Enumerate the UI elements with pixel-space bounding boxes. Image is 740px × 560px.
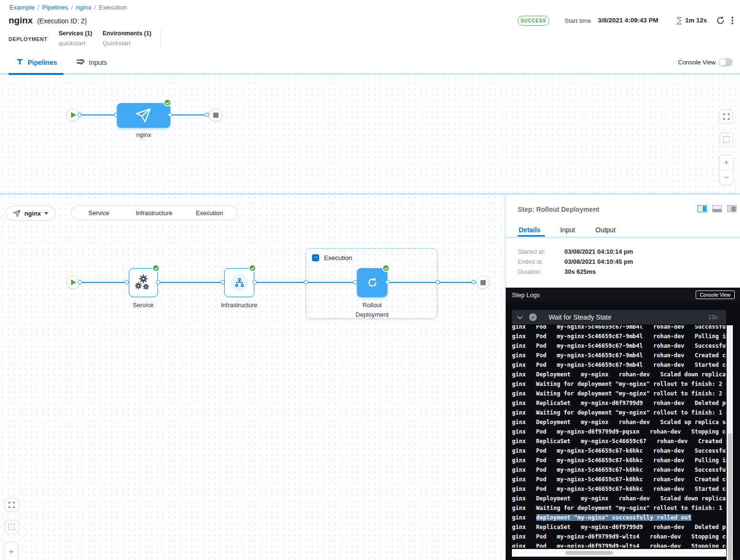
edge-connector bbox=[386, 280, 390, 284]
selection-icon bbox=[9, 524, 15, 530]
environments-summary[interactable]: Environments (1) Quickstart bbox=[103, 30, 151, 47]
execution-group-label: Execution bbox=[324, 254, 352, 261]
step-label-service: Service bbox=[122, 301, 165, 309]
chevron-down-icon bbox=[517, 313, 523, 321]
log-horizontal-scrollbar[interactable] bbox=[512, 549, 726, 557]
log-line: ginx Pod my-nginx-5c46659c67-k6hkc rohan… bbox=[512, 456, 726, 465]
execution-group-header: − Execution bbox=[312, 254, 352, 261]
console-view-toggle[interactable] bbox=[719, 58, 733, 66]
infrastructure-icon bbox=[230, 274, 248, 291]
fit-to-screen-button[interactable] bbox=[719, 110, 733, 124]
log-section-duration: 13s bbox=[709, 314, 718, 321]
breadcrumb-link-pipelines[interactable]: Pipelines bbox=[42, 4, 68, 11]
layout-bottom-button[interactable] bbox=[712, 205, 722, 212]
breadcrumb-current: Execution bbox=[99, 4, 127, 11]
edge-connector bbox=[436, 280, 440, 284]
zoom-controls: + bbox=[4, 542, 18, 560]
log-line: ginx Deployment my-nginx rohan-dev Scale… bbox=[512, 370, 726, 379]
edge-connector bbox=[304, 280, 308, 284]
tab-details[interactable]: Details bbox=[519, 226, 541, 234]
ended-at-label: Ended at: bbox=[518, 259, 543, 265]
log-line: ginx Pod my-nginx-5c46659c67-9mb4l rohan… bbox=[512, 351, 726, 360]
tab-pipelines[interactable]: Pipelines bbox=[16, 58, 57, 67]
step-panel-title: Step: Rollout Deployment bbox=[518, 206, 599, 213]
stage-end-node[interactable] bbox=[476, 276, 490, 289]
zoom-in-button[interactable]: + bbox=[720, 156, 733, 170]
step-logs-title: Step Logs bbox=[512, 291, 540, 299]
pipeline-node-nginx[interactable] bbox=[117, 103, 170, 128]
pipelines-icon bbox=[16, 58, 23, 67]
start-time-label: Start time bbox=[564, 17, 591, 24]
paper-plane-icon bbox=[13, 209, 21, 218]
edge-connector bbox=[78, 280, 82, 284]
more-options-button[interactable] bbox=[729, 16, 736, 25]
stage-canvas[interactable]: nginx Service Infrastructure Execution −… bbox=[0, 195, 505, 560]
layout-panel-button[interactable] bbox=[727, 205, 737, 212]
pill-service[interactable]: Service bbox=[71, 209, 126, 217]
pipeline-node-label: nginx bbox=[117, 131, 170, 138]
started-at-value: 03/08/2021 04:10:14 pm bbox=[564, 248, 633, 255]
edge-connector bbox=[77, 113, 82, 117]
scrollbar-thumb[interactable] bbox=[728, 433, 732, 560]
step-node-service[interactable] bbox=[129, 268, 158, 297]
log-line: ginx Pod my-nginx-5c46659c67-9mb4l rohan… bbox=[512, 332, 726, 341]
step-node-rollout-deployment[interactable] bbox=[357, 268, 387, 297]
breadcrumb-separator: / bbox=[38, 4, 40, 11]
log-section-title: Wait for Steady State bbox=[549, 313, 612, 321]
elapsed-time-value: 1m 12s bbox=[685, 17, 707, 24]
step-logs-header: Step Logs Console View bbox=[506, 288, 740, 302]
console-view-button[interactable]: Console View bbox=[696, 290, 735, 299]
edge-connector bbox=[125, 280, 129, 284]
services-summary[interactable]: Services (1) quickstart bbox=[59, 30, 92, 47]
stage-selector-dropdown[interactable]: nginx bbox=[6, 206, 55, 221]
log-line: ginx Pod my-nginx-d6f9799d9-wlts4 rohan-… bbox=[512, 532, 726, 541]
log-vertical-scrollbar[interactable] bbox=[727, 325, 733, 560]
success-check-badge bbox=[152, 264, 160, 272]
log-line: ginx deployment "my-nginx" successfully … bbox=[512, 513, 726, 522]
pill-execution[interactable]: Execution bbox=[182, 209, 237, 217]
log-lines[interactable]: ginx Pod my-nginx-5c46659c67-9mb4l rohan… bbox=[512, 325, 726, 548]
view-tabbar: Pipelines Inputs Console View bbox=[0, 52, 740, 75]
pipeline-canvas[interactable]: nginx + − bbox=[0, 75, 740, 193]
success-check-badge bbox=[382, 264, 390, 272]
layout-split-right-button[interactable] bbox=[698, 205, 707, 212]
refresh-button[interactable] bbox=[716, 16, 725, 25]
tab-pipelines-label: Pipelines bbox=[28, 59, 57, 66]
zoom-in-button[interactable]: + bbox=[5, 543, 18, 560]
scrollbar-thumb[interactable] bbox=[565, 551, 613, 555]
tab-bottom-band bbox=[506, 237, 740, 238]
execution-id-label: (Execution ID: 2) bbox=[37, 17, 87, 25]
environments-value: Quickstart bbox=[103, 40, 151, 47]
selection-mode-button[interactable] bbox=[719, 133, 733, 146]
tab-input[interactable]: Input bbox=[560, 226, 575, 234]
log-line: ginx Pod my-nginx-d6f9799d9-wlts4 rohan-… bbox=[512, 541, 726, 548]
services-count-label: Services (1) bbox=[59, 30, 92, 37]
success-check-badge bbox=[249, 264, 256, 272]
step-label-rollout-line2: Deployment bbox=[348, 311, 396, 318]
log-line: ginx Pod my-nginx-5c46659c67-9mb4l rohan… bbox=[512, 325, 726, 332]
step-node-infrastructure[interactable] bbox=[224, 268, 254, 297]
selection-mode-button[interactable] bbox=[5, 520, 19, 534]
pill-infrastructure[interactable]: Infrastructure bbox=[126, 209, 182, 217]
start-time-value: 3/8/2021 4:09:43 PM bbox=[598, 17, 658, 24]
breadcrumb-separator: / bbox=[94, 4, 96, 11]
console-view-label: Console View bbox=[678, 59, 716, 66]
tab-inputs[interactable]: Inputs bbox=[76, 58, 107, 67]
started-at-label: Started at: bbox=[518, 249, 545, 255]
success-check-badge bbox=[164, 99, 171, 106]
log-line: ginx Pod my-nginx-5c46659c67-k6hkc rohan… bbox=[512, 484, 726, 494]
panel-layout-switcher bbox=[698, 205, 737, 212]
log-section-header[interactable]: Wait for Steady State 13s bbox=[512, 310, 726, 324]
deployment-type-label: DEPLOYMENT bbox=[9, 36, 47, 42]
zoom-out-button[interactable]: − bbox=[720, 170, 733, 184]
fit-to-screen-button[interactable] bbox=[5, 498, 19, 512]
log-line: ginx Pod my-nginx-5c46659c67-k6hkc rohan… bbox=[512, 446, 726, 456]
breadcrumb-link-nginx[interactable]: nginx bbox=[76, 4, 91, 11]
inputs-icon bbox=[76, 58, 84, 67]
log-line: ginx Deployment my-nginx rohan-dev Scale… bbox=[512, 417, 726, 427]
play-icon bbox=[71, 112, 76, 118]
collapse-group-button[interactable]: − bbox=[312, 254, 319, 261]
breadcrumb-link-example[interactable]: Example bbox=[10, 4, 35, 11]
tab-output[interactable]: Output bbox=[595, 226, 615, 234]
pipeline-end-node[interactable] bbox=[209, 108, 222, 122]
